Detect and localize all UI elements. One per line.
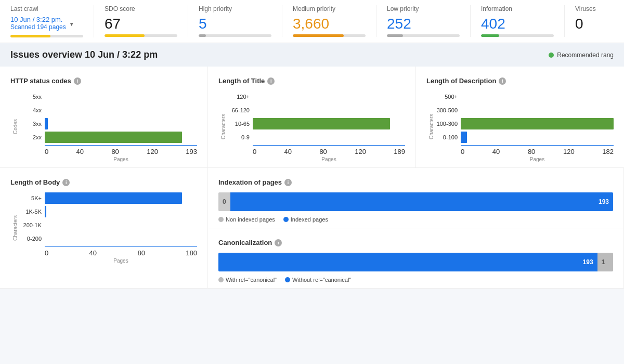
bar-row-3xx: 3xx: [19, 118, 197, 129]
length-description-x-label: Pages: [435, 157, 614, 162]
canonicalization-title: Canonicalization i: [218, 239, 613, 246]
low-priority-fill: [387, 34, 403, 37]
low-priority-value: 252: [387, 16, 460, 32]
http-status-chart: Codes 5xx 4xx 3xx: [10, 91, 197, 162]
medium-priority-col: Medium priority 3,660: [293, 5, 376, 37]
recommended-dot: [549, 53, 554, 58]
legend-non-indexed: Non indexed pages: [218, 216, 275, 223]
crawl-dropdown-arrow[interactable]: ▼: [69, 21, 74, 27]
legend-indexed: Indexed pages: [283, 216, 328, 223]
length-body-x-label: Pages: [19, 258, 197, 264]
bar-row-500plus: 500+: [435, 91, 614, 102]
sdo-score-col: SDO score 67: [105, 5, 188, 37]
indexation-panel: Indexation of pages i 0 193 Non indexed …: [208, 168, 624, 228]
recommended-badge: Recommended rang: [549, 51, 614, 59]
information-fill: [481, 34, 499, 37]
indexed-bar-section: 193: [230, 192, 613, 211]
bar-row-66-120: 66-120: [227, 105, 405, 116]
legend-without-canonical-label: Without rel="canonical": [292, 277, 351, 283]
http-x-axis-line: [45, 145, 197, 146]
without-canonical-value: 1: [602, 258, 605, 266]
bar-label-5xx: 5xx: [19, 94, 45, 100]
non-indexed-bar-section: 0: [218, 192, 230, 211]
indexation-bar: 0 193: [218, 192, 613, 211]
http-x-axis-label: Pages: [19, 157, 197, 162]
recommended-label: Recommended rang: [557, 51, 614, 59]
length-description-chart: Characters 500+ 300-500 100-300: [426, 91, 614, 162]
high-priority-value: 5: [199, 16, 271, 32]
bar-row-5xx: 5xx: [19, 91, 197, 102]
length-title-info-icon[interactable]: i: [267, 77, 275, 85]
legend-indexed-label: Indexed pages: [291, 216, 328, 223]
legend-without-canonical: Without rel="canonical": [285, 277, 351, 283]
legend-dot-without-canonical: [285, 277, 290, 282]
length-description-y-label: Characters: [426, 91, 435, 162]
bar-row-300-500: 300-500: [435, 105, 614, 116]
length-description-info-icon[interactable]: i: [499, 77, 506, 85]
canonicalization-info-icon[interactable]: i: [275, 239, 282, 246]
http-status-title: HTTP status codes i: [10, 77, 197, 85]
length-body-info-icon[interactable]: i: [62, 179, 70, 186]
http-x-axis-ticks: 0 40 80 120 193: [19, 148, 197, 155]
length-body-chart: Characters 5K+ 1K-5K 200-1K: [10, 192, 197, 264]
with-canonical-value: 193: [583, 258, 593, 266]
bar-label-3xx: 3xx: [19, 121, 45, 127]
issues-overview-title: Issues overview 10 Jun / 3:22 pm: [10, 49, 158, 60]
length-title-x-label: Pages: [227, 157, 405, 162]
indexation-info-icon[interactable]: i: [284, 179, 292, 186]
last-crawl-value[interactable]: 10 Jun / 3:22 pm.: [10, 16, 62, 23]
crawl-progress-fill: [10, 35, 50, 37]
length-title-panel: Length of Title i Characters 120+ 66-120: [208, 67, 416, 168]
medium-priority-value: 3,660: [293, 16, 366, 32]
top-stats-bar: Last crawl 10 Jun / 3:22 pm. Scanned 194…: [0, 0, 624, 43]
legend-dot-indexed: [283, 217, 289, 222]
legend-with-canonical-label: With rel="canonical": [226, 277, 277, 283]
non-indexed-value: 0: [223, 198, 226, 205]
crawl-progress-bar: [10, 35, 83, 37]
http-status-info-icon[interactable]: i: [74, 77, 81, 85]
bar-label-120plus: 120+: [227, 94, 253, 100]
bar-label-66-120: 66-120: [227, 107, 253, 113]
bar-fill-3xx: [45, 118, 48, 129]
information-progress: [481, 34, 554, 37]
bar-row-100-300: 100-300: [435, 118, 614, 129]
viruses-value: 0: [575, 16, 603, 32]
bar-row-0-100: 0-100: [435, 132, 614, 143]
length-description-bars: 500+ 300-500 100-300: [435, 91, 614, 162]
length-body-bars: 5K+ 1K-5K 200-1K: [19, 192, 197, 264]
length-description-panel: Length of Description i Characters 500+ …: [416, 67, 624, 168]
viruses-col: Viruses 0: [575, 5, 614, 34]
indexed-value: 193: [599, 198, 613, 205]
bar-label-0-9: 0-9: [227, 134, 253, 140]
medium-priority-progress: [293, 34, 366, 37]
legend-dot-with-canonical: [218, 277, 224, 282]
length-title-chart: Characters 120+ 66-120 10-65: [218, 91, 405, 162]
http-status-panel: HTTP status codes i Codes 5xx 4xx: [0, 67, 208, 168]
low-priority-label: Low priority: [387, 5, 460, 12]
legend-non-indexed-label: Non indexed pages: [226, 216, 275, 223]
canonicalization-legend: With rel="canonical" Without rel="canoni…: [218, 277, 613, 283]
information-label: Information: [481, 5, 554, 12]
sdo-label: SDO score: [105, 5, 177, 12]
length-body-panel: Length of Body i Characters 5K+ 1K-5K: [0, 168, 208, 289]
bar-track-4xx: [45, 105, 197, 116]
http-status-bars: 5xx 4xx 3xx: [19, 91, 197, 162]
charts-grid-row2: Length of Body i Characters 5K+ 1K-5K: [0, 168, 624, 289]
length-description-title: Length of Description i: [426, 77, 614, 85]
issues-overview-header: Issues overview 10 Jun / 3:22 pm Recomme…: [0, 43, 624, 67]
bar-row-0-200: 0-200: [19, 233, 197, 244]
length-title-bars: 120+ 66-120 10-65: [227, 91, 405, 162]
information-value: 402: [481, 16, 554, 32]
http-status-y-label: Codes: [10, 91, 19, 162]
bar-row-10-65: 10-65: [227, 118, 405, 129]
high-priority-label: High priority: [199, 5, 271, 12]
information-col: Information 402: [481, 5, 565, 37]
bar-row-4xx: 4xx: [19, 105, 197, 116]
bar-row-1k-5k: 1K-5K: [19, 206, 197, 217]
indexation-legend: Non indexed pages Indexed pages: [218, 216, 613, 223]
bar-label-4xx: 4xx: [19, 107, 45, 113]
canonicalization-panel: Canonicalization i 193 1 With rel="canon…: [208, 228, 624, 289]
sdo-progress-fill: [105, 34, 145, 37]
bar-fill-2xx: [45, 132, 182, 143]
with-canonical-section: 193: [218, 253, 597, 271]
